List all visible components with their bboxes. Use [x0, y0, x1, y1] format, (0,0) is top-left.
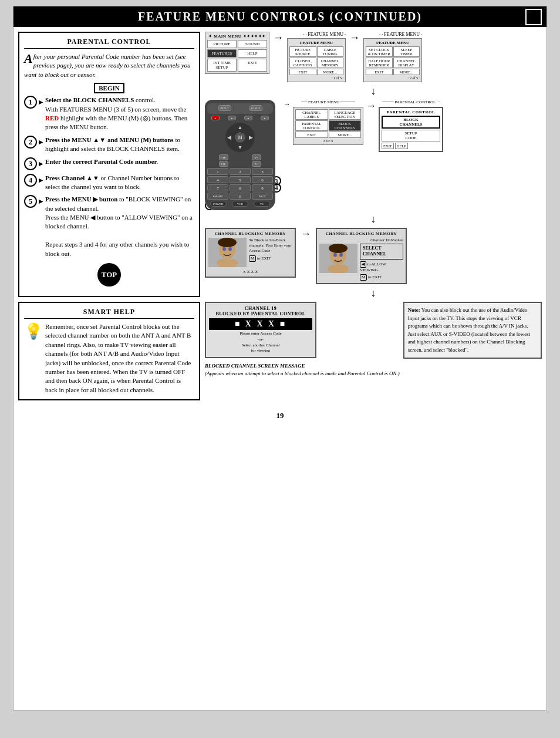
step-1-text: Select the BLOCK CHANNELS control. With …: [45, 96, 194, 132]
remote-input-btn[interactable]: INPUT: [218, 105, 231, 111]
bm-ch-19: Channel 19 blocked: [319, 238, 403, 242]
arrow-4: →: [301, 228, 311, 240]
remote-dpad[interactable]: ▲ ▼ ◀ ▶ M: [225, 123, 255, 152]
page-header: Feature Menu Controls (Continued): [14, 6, 546, 27]
remote-btn-2[interactable]: 2: [230, 168, 251, 175]
remote-btn-6[interactable]: 6: [252, 176, 273, 183]
top-button[interactable]: TOP: [97, 263, 121, 287]
note-text: Note: You can also block out the use of …: [408, 307, 530, 353]
fm3-parental-control: PARENTALCONTROL: [295, 120, 328, 131]
feature-menu-3-group: ── FEATURE MENU ───── CHANNELLABELS LANG…: [293, 100, 363, 145]
dpad-down[interactable]: ▼: [238, 144, 243, 150]
step-5-number: 5: [24, 195, 37, 208]
step-5: 5 Press the MENU ▶ button to "BLOCK VIEW…: [24, 195, 194, 258]
right-column: ✦ MAIN MENU ✦✦✦✦✦✦ PICTURE SOUND FEATURE…: [205, 32, 542, 400]
mm-picture: PICTURE: [207, 40, 237, 48]
remote-btn-4[interactable]: 4: [207, 176, 228, 183]
fm-exit-2: EXIT: [366, 69, 393, 75]
dpad-center[interactable]: M: [235, 132, 245, 143]
parental-control-title: Parental Control: [24, 38, 194, 49]
svg-point-4: [228, 247, 232, 251]
mid-arrows: →: [284, 100, 291, 109]
fm-exit-1: EXIT: [289, 69, 316, 75]
remote-power-btn[interactable]: POWER: [210, 201, 227, 207]
fm-more-2: MORE...: [393, 69, 420, 75]
page: Feature Menu Controls (Continued) Parent…: [13, 6, 547, 710]
arrow-down-2: ↓: [205, 214, 542, 224]
parental-control-screen: PARENTAL CONTROL BLOCKCHANNELS SETUPCODE…: [379, 107, 443, 152]
fm-more-1: MORE...: [317, 69, 344, 75]
bm-xxxx: X X X X: [243, 269, 258, 274]
fm-channel-display: CHANNELDISPLAY: [393, 58, 420, 68]
blocked-channel-screen: CHANNEL 19BLOCKED BY PARENTAL CONTROL ■ …: [205, 302, 316, 358]
step-2-number: 2: [24, 136, 37, 149]
remote-ch-up[interactable]: CH+: [219, 154, 228, 160]
main-menu-title: ✦ MAIN MENU ✦✦✦✦✦✦: [207, 34, 267, 39]
remote-color-btn-4[interactable]: ●: [261, 116, 269, 120]
remote-guide-btn[interactable]: GUIDE: [249, 105, 262, 111]
remote-btn-1[interactable]: 1: [207, 168, 228, 175]
page-title: Feature Menu Controls (Continued): [14, 10, 546, 23]
fm-closed-captions: CLOSEDCAPTIONS: [289, 58, 316, 68]
pc-block-channels: BLOCKCHANNELS: [382, 116, 440, 129]
fm-set-clock: SET CLOCK& ON TIMER: [366, 46, 393, 57]
remote-color-btn-3[interactable]: ●: [244, 116, 252, 120]
remote-btn-7[interactable]: 7: [207, 184, 228, 191]
pc-exit: EXIT: [382, 143, 394, 149]
remote-vol-up[interactable]: V+: [252, 154, 261, 160]
dpad-up[interactable]: ▲: [238, 124, 243, 130]
dpad-right[interactable]: ▶: [249, 134, 253, 140]
remote-btn-3[interactable]: 3: [252, 168, 273, 175]
remote-btn-smart[interactable]: SMART: [207, 193, 228, 200]
mm-help: HELP: [238, 49, 267, 58]
bm-face-1: [208, 238, 247, 268]
note-box: Note: You can also block out the use of …: [403, 302, 542, 359]
remote-tv-btn[interactable]: TV: [254, 201, 270, 207]
remote-btn-8[interactable]: 8: [230, 184, 251, 191]
remote-btn-5[interactable]: 5: [230, 176, 251, 183]
fm3-page: 3 OF 5: [295, 139, 361, 143]
bcm-title: CHANNEL 19BLOCKED BY PARENTAL CONTROL: [209, 306, 312, 316]
remote-diagram: 1 2 3 4 5 INPUT GUIDE: [205, 100, 281, 210]
svg-point-5: [218, 238, 237, 247]
blocking-memory-screen-1: CHANNEL BLOCKING MEMORY: [205, 228, 296, 278]
bm-m-key-2: M: [360, 274, 367, 281]
blocking-memory-screen-2: CHANNEL BLOCKING MEMORY Channel 19 block…: [316, 228, 407, 284]
fm-sleep-timer: SLEEPTIMER: [393, 46, 420, 57]
pc-title: PARENTAL CONTROL: [382, 110, 440, 114]
fm3-block-channels: BLOCKCHANNELS: [329, 120, 362, 131]
remote-ch-group: CH+ CH-: [219, 154, 228, 167]
svg-rect-2: [217, 259, 238, 267]
svg-point-11: [329, 244, 348, 253]
main-menu-screen: ✦ MAIN MENU ✦✦✦✦✦✦ PICTURE SOUND FEATURE…: [205, 32, 269, 74]
bm-title-2: CHANNEL BLOCKING MEMORY: [319, 231, 403, 236]
fm-picture-source: PICTURESOURCE: [289, 46, 316, 57]
remote-vol-down[interactable]: V-: [252, 161, 261, 167]
parental-intro: After your personal Parental Code number…: [24, 52, 194, 79]
arrow-down-1: ↓: [205, 86, 542, 96]
remote-btn-mute[interactable]: MUT: [252, 193, 273, 200]
fm-title-1: FEATURE MENU: [289, 41, 343, 45]
bm-instructions-1: To Block or Un-Block channels: First Ent…: [249, 238, 292, 268]
step-5-text: Press the MENU ▶ button to "BLOCK VIEWIN…: [45, 195, 194, 258]
remote-vol-group: V+ V-: [252, 154, 261, 167]
feature-menu-screen-3: CHANNELLABELS LANGUAGESELECTION PARENTAL…: [293, 107, 363, 145]
bm-key-row-1: M to EXIT: [249, 255, 292, 262]
face-svg-2: [319, 244, 357, 273]
step-3: 3 Enter the correct Parental Code number…: [24, 157, 194, 170]
dpad-left[interactable]: ◀: [227, 134, 231, 140]
step-2: 2 Press the MENU ▲▼ and MENU (M) buttons…: [24, 136, 194, 154]
step-1-number: 1: [24, 96, 37, 109]
remote-btn-0[interactable]: 0: [230, 193, 251, 200]
remote-ch-down[interactable]: CH-: [219, 161, 228, 167]
bm-m-key: M: [249, 255, 256, 262]
remote-btn-9[interactable]: 9: [252, 184, 273, 191]
remote-power-row: POWER VCR TV: [207, 201, 273, 207]
bm-to-exit: M to EXIT: [360, 274, 403, 281]
remote-vcr-btn[interactable]: VCR: [232, 201, 248, 207]
fm3-label: ── FEATURE MENU ─────: [293, 100, 363, 105]
feature-menu-group-1: · · FEATURE MENU · FEATURE MENU PICTURES…: [287, 32, 346, 82]
remote-top-section: INPUT GUIDE: [207, 103, 273, 114]
remote-color-btn-2[interactable]: ●: [228, 116, 236, 120]
remote-red-btn[interactable]: ●: [211, 116, 220, 120]
